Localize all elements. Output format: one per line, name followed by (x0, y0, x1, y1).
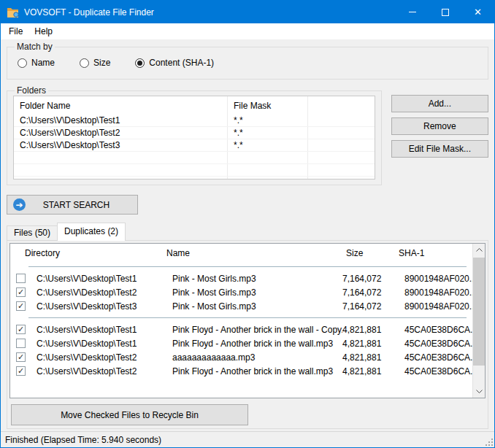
close-button[interactable]: ✕ (461, 1, 494, 23)
sha1-cell: 45CA0E38D6CA... (399, 339, 472, 349)
start-search-button[interactable]: ➔ START SEARCH (7, 195, 138, 215)
start-arrow-icon: ➔ (13, 198, 26, 211)
scroll-track[interactable] (473, 256, 485, 385)
folder-row-empty (14, 164, 375, 177)
duplicate-row[interactable]: C:\Users\V\Desktop\Test1Pink Floyd - Ano… (10, 323, 472, 336)
folders-table: Folder Name File Mask C:\Users\V\Desktop… (13, 96, 375, 179)
duplicates-table: Directory Name Size SHA-1 C:\Users\V\Des… (9, 243, 486, 398)
radio-label: Name (31, 58, 55, 68)
name-cell: Pink Floyd - Another brick in the wall -… (166, 325, 342, 335)
name-cell: aaaaaaaaaaaaa.mp3 (166, 352, 342, 363)
size-cell: 4,821,881 (342, 325, 399, 335)
directory-column-header[interactable]: Directory (25, 248, 166, 258)
sha1-cell: 89001948AF020... (399, 287, 472, 298)
folders-table-body: C:\Users\V\Desktop\Test1*.*C:\Users\V\De… (14, 115, 375, 179)
sha1-column-header[interactable]: SHA-1 (399, 248, 472, 258)
folder-buttons: Add... Remove Edit File Mask... (391, 85, 488, 185)
duplicate-row[interactable]: C:\Users\V\Desktop\Test1Pink - Most Girl… (10, 271, 472, 285)
radio-option-content-sha-1[interactable]: Content (SHA-1) (135, 58, 214, 68)
window-controls: ✕ (396, 1, 494, 23)
folder-row[interactable]: C:\Users\V\Desktop\Test1*.* (14, 115, 375, 127)
duplicate-row[interactable]: C:\Users\V\Desktop\Test2Pink - Most Girl… (10, 285, 472, 299)
duplicate-row[interactable]: C:\Users\V\Desktop\Test2aaaaaaaaaaaaa.mp… (10, 350, 472, 364)
duplicates-table-header: Directory Name Size SHA-1 (10, 244, 472, 262)
minimize-button[interactable] (396, 1, 429, 23)
duplicate-row[interactable]: C:\Users\V\Desktop\Test3Pink - Most Girl… (10, 299, 472, 313)
directory-cell: C:\Users\V\Desktop\Test1 (31, 339, 166, 349)
directory-cell: C:\Users\V\Desktop\Test2 (31, 287, 166, 298)
menu-item-help[interactable]: Help (28, 25, 58, 38)
match-by-options: NameSizeContent (SHA-1) (13, 52, 482, 68)
name-cell: Pink Floyd - Another brick in the wall.m… (166, 366, 342, 376)
group-separator (28, 317, 467, 318)
sha1-cell: 45CA0E38D6CA... (399, 366, 472, 376)
radio-icon (135, 58, 145, 68)
radio-option-size[interactable]: Size (80, 58, 110, 68)
row-checkbox[interactable] (16, 325, 26, 334)
window-title: VOVSOFT - Duplicate File Finder (24, 7, 154, 18)
size-cell: 7,164,072 (342, 274, 399, 284)
checkbox-cell (16, 287, 31, 297)
folder-name-column-header: Folder Name (14, 96, 228, 115)
vertical-scrollbar[interactable] (472, 244, 485, 398)
title-bar: VOVSOFT - Duplicate File Finder ✕ (1, 1, 494, 23)
size-cell: 7,164,072 (342, 287, 399, 298)
scroll-thumb[interactable] (473, 258, 485, 366)
edit-file-mask-button[interactable]: Edit File Mask... (391, 140, 488, 158)
file-mask-cell: *.* (228, 115, 308, 126)
name-cell: Pink - Most Girls.mp3 (166, 274, 342, 284)
match-by-label: Match by (15, 42, 55, 52)
scroll-down-button[interactable] (473, 385, 485, 398)
minimize-icon (409, 12, 416, 12)
folder-name-cell: C:\Users\V\Desktop\Test1 (14, 115, 228, 126)
checkbox-cell (16, 352, 31, 362)
row-checkbox[interactable] (16, 366, 26, 376)
row-checkbox[interactable] (16, 274, 26, 283)
menu-bar: FileHelp (1, 23, 494, 39)
name-cell: Pink - Most Girls.mp3 (166, 287, 342, 298)
folders-section: Folders Folder Name File Mask C:\Users\V… (7, 85, 488, 185)
remove-button[interactable]: Remove (391, 117, 488, 135)
duplicate-row[interactable]: C:\Users\V\Desktop\Test1Pink Floyd - Ano… (10, 336, 472, 350)
directory-cell: C:\Users\V\Desktop\Test2 (31, 366, 166, 376)
match-by-group: Match by NameSizeContent (SHA-1) (7, 42, 488, 80)
folder-name-cell: C:\Users\V\Desktop\Test2 (14, 127, 228, 139)
name-column-header[interactable]: Name (166, 248, 346, 258)
start-search-label: START SEARCH (26, 200, 137, 210)
file-mask-column-header: File Mask (228, 96, 308, 115)
row-checkbox[interactable] (16, 301, 26, 311)
duplicates-tab-page: Directory Name Size SHA-1 C:\Users\V\Des… (7, 240, 488, 429)
row-checkbox[interactable] (16, 287, 26, 297)
maximize-button[interactable] (429, 1, 461, 23)
checkbox-cell (16, 339, 31, 348)
menu-item-file[interactable]: File (3, 25, 28, 38)
app-window: VOVSOFT - Duplicate File Finder ✕ FileHe… (0, 0, 495, 448)
folder-row[interactable]: C:\Users\V\Desktop\Test2*.* (14, 127, 375, 139)
duplicates-table-body: C:\Users\V\Desktop\Test1Pink - Most Girl… (10, 271, 472, 378)
folder-row-empty (14, 152, 375, 164)
size-column-header[interactable]: Size (346, 248, 399, 258)
move-to-recycle-bin-button[interactable]: Move Checked Files to Recycle Bin (11, 404, 248, 425)
checkbox-cell (16, 301, 31, 311)
file-mask-cell: *.* (228, 139, 308, 151)
resize-grip[interactable] (486, 439, 493, 446)
row-checkbox[interactable] (16, 352, 26, 362)
name-cell: Pink - Most Girls.mp3 (166, 301, 342, 312)
radio-icon (80, 58, 89, 68)
folders-table-header: Folder Name File Mask (14, 96, 375, 115)
tab-duplicates-2[interactable]: Duplicates (2) (57, 223, 126, 241)
add-button[interactable]: Add... (391, 95, 488, 112)
folder-row[interactable]: C:\Users\V\Desktop\Test3*.* (14, 139, 375, 152)
tab-files-50[interactable]: Files (50) (7, 225, 58, 241)
empty-column-header (308, 96, 375, 115)
size-cell: 7,164,072 (342, 301, 399, 312)
radio-option-name[interactable]: Name (18, 58, 55, 68)
header-separator (28, 266, 467, 267)
duplicate-row[interactable]: C:\Users\V\Desktop\Test2Pink Floyd - Ano… (10, 364, 472, 378)
radio-icon (18, 58, 27, 68)
row-checkbox[interactable] (16, 339, 26, 348)
maximize-icon (442, 9, 449, 16)
checkbox-cell (16, 274, 31, 283)
scroll-up-button[interactable] (473, 244, 485, 256)
app-icon[interactable] (7, 7, 20, 18)
